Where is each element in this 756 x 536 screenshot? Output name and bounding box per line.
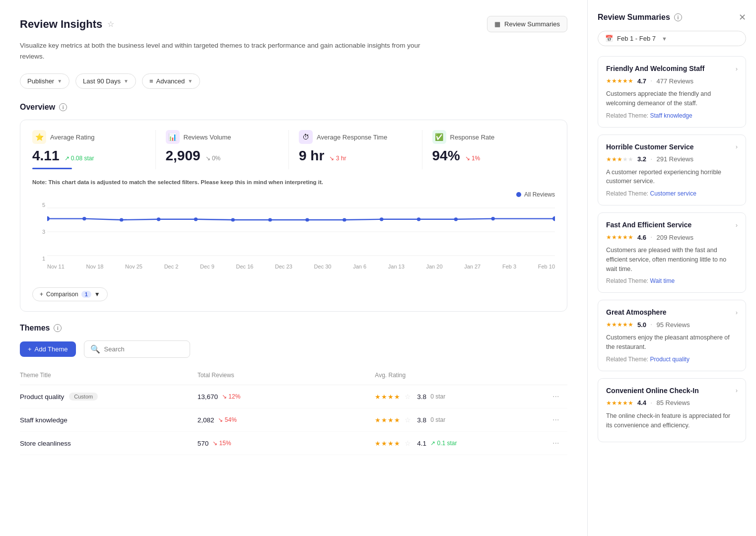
review-summaries-panel: Review Summaries i ✕ 📅 Feb 1 - Feb 7 ▼ F… bbox=[587, 0, 756, 536]
add-theme-button[interactable]: + Add Theme bbox=[20, 341, 76, 357]
table-row: Product quality Custom 13,670 ↘ 12% ★★★★… bbox=[20, 385, 567, 408]
avg-rating-icon: ⭐ bbox=[32, 130, 46, 144]
expand-icon[interactable]: › bbox=[736, 309, 738, 316]
svg-point-5 bbox=[120, 218, 123, 222]
summary-related-theme: Related Theme: Product quality bbox=[606, 356, 738, 363]
svg-point-3 bbox=[47, 216, 50, 221]
svg-point-12 bbox=[380, 217, 383, 221]
summary-stars: ★★★★★ bbox=[606, 77, 633, 84]
response-time-value: 9 hr bbox=[299, 148, 324, 164]
summary-card-title: Great Atmosphere bbox=[606, 308, 667, 316]
main-content: Review Insights ☆ ▦ Review Summaries Vis… bbox=[0, 0, 587, 536]
theme-reviews-cell: 2,082 ↘ 54% bbox=[198, 416, 375, 424]
overview-info-icon[interactable]: i bbox=[59, 103, 67, 111]
chevron-down-icon: ▼ bbox=[57, 78, 62, 84]
plus-icon: + bbox=[40, 291, 43, 298]
svg-point-8 bbox=[231, 218, 235, 222]
expand-icon[interactable]: › bbox=[736, 65, 738, 72]
col-theme-title-header: Theme Title bbox=[20, 372, 198, 379]
expand-icon[interactable]: › bbox=[736, 221, 738, 229]
svg-point-6 bbox=[157, 217, 160, 221]
plus-icon: + bbox=[28, 345, 32, 353]
summary-card: Convenient Online Check-In › ★★★★★ 4.4 ·… bbox=[598, 378, 746, 443]
response-rate-change: ↘ 1% bbox=[465, 155, 481, 162]
avg-rating-change: ↗ 0.08 star bbox=[65, 155, 94, 162]
panel-info-icon[interactable]: i bbox=[674, 13, 682, 21]
page-header: Review Insights ☆ ▦ Review Summaries bbox=[20, 16, 567, 32]
filters-row: Publisher ▼ Last 90 Days ▼ ≡ Advanced ▼ bbox=[20, 73, 567, 89]
close-panel-button[interactable]: ✕ bbox=[739, 12, 746, 23]
summary-stars: ★★★★★ bbox=[606, 321, 633, 328]
calendar-icon: 📅 bbox=[605, 35, 613, 42]
advanced-filter[interactable]: ≡ Advanced ▼ bbox=[142, 73, 200, 89]
legend-dot bbox=[516, 192, 521, 197]
custom-badge: Custom bbox=[69, 393, 98, 401]
table-row: Store cleanliness 570 ↘ 15% ★★★★☆ 4.1 ↗ … bbox=[20, 432, 567, 455]
svg-point-4 bbox=[82, 217, 86, 220]
expand-icon[interactable]: › bbox=[736, 143, 738, 150]
summary-card-title: Fast And Efficient Service bbox=[606, 221, 691, 229]
svg-point-11 bbox=[343, 218, 346, 222]
summary-card-title: Friendly And Welcoming Staff bbox=[606, 65, 704, 72]
col-avg-rating-header: Avg. Rating bbox=[375, 372, 552, 379]
panel-title: Review Summaries i bbox=[598, 13, 682, 22]
publisher-filter[interactable]: Publisher ▼ bbox=[20, 73, 69, 89]
expand-icon[interactable]: › bbox=[736, 387, 738, 394]
svg-point-9 bbox=[268, 218, 272, 222]
overview-section-title: Overview i bbox=[20, 103, 567, 112]
chevron-down-icon: ▼ bbox=[124, 78, 129, 84]
reviews-volume-label: Reviews Volume bbox=[184, 134, 231, 141]
metric-reviews-volume: 📊 Reviews Volume 2,909 ↘ 0% bbox=[156, 130, 289, 169]
themes-table: Theme Title Total Reviews Avg. Rating Pr… bbox=[20, 368, 567, 455]
summary-card: Great Atmosphere › ★★★★★ 5.0 · 95 Review… bbox=[598, 300, 746, 371]
metric-average-rating: ⭐ Average Rating 4.11 ↗ 0.08 star bbox=[32, 130, 156, 169]
filter-icon: ≡ bbox=[149, 77, 153, 85]
theme-actions-cell[interactable]: ··· bbox=[552, 415, 567, 424]
legend-label: All Reviews bbox=[524, 191, 555, 198]
theme-search-wrap[interactable]: 🔍 bbox=[84, 340, 190, 358]
svg-point-16 bbox=[552, 216, 555, 221]
summary-related-theme: Related Theme: Customer service bbox=[606, 190, 738, 197]
summary-stars: ★★★★★ bbox=[606, 400, 633, 406]
favorite-icon[interactable]: ☆ bbox=[107, 19, 114, 29]
theme-reviews-cell: 570 ↘ 15% bbox=[198, 440, 375, 447]
response-time-label: Average Response Time bbox=[317, 134, 387, 141]
themes-header: + Add Theme 🔍 bbox=[20, 340, 567, 358]
chevron-down-icon: ▼ bbox=[188, 78, 193, 84]
themes-section: Themes i + Add Theme 🔍 Theme Title Total… bbox=[20, 324, 567, 455]
chart-x-labels: Nov 11 Nov 18 Nov 25 Dec 2 Dec 9 Dec 16 … bbox=[32, 262, 555, 269]
theme-title-cell: Staff knowledge bbox=[20, 416, 198, 424]
chevron-down-icon: ▼ bbox=[662, 36, 667, 42]
comparison-count-badge: 1 bbox=[81, 291, 91, 298]
page-title: Review Insights bbox=[20, 18, 102, 31]
themes-info-icon[interactable]: i bbox=[54, 324, 62, 332]
table-row: Staff knowledge 2,082 ↘ 54% ★★★★☆ 3.8 0 … bbox=[20, 408, 567, 432]
svg-point-13 bbox=[417, 217, 420, 221]
svg-point-14 bbox=[454, 217, 458, 221]
summary-related-theme: Related Theme: Wait time bbox=[606, 277, 738, 284]
comparison-button[interactable]: + Comparison 1 ▼ bbox=[32, 287, 108, 301]
col-total-reviews-header: Total Reviews bbox=[198, 372, 375, 379]
theme-reviews-cell: 13,670 ↘ 12% bbox=[198, 393, 375, 401]
panel-header: Review Summaries i ✕ bbox=[598, 12, 746, 23]
page-description: Visualize key metrics at both the busine… bbox=[20, 40, 427, 62]
theme-actions-cell[interactable]: ··· bbox=[552, 439, 567, 448]
metric-underline bbox=[32, 168, 72, 169]
summary-card-title: Horrible Customer Service bbox=[606, 143, 694, 151]
theme-actions-cell[interactable]: ··· bbox=[552, 392, 567, 401]
chevron-down-icon: ▼ bbox=[94, 291, 100, 298]
svg-point-10 bbox=[305, 218, 309, 222]
search-icon: 🔍 bbox=[90, 344, 100, 354]
themes-table-header: Theme Title Total Reviews Avg. Rating bbox=[20, 368, 567, 385]
reviews-volume-change: ↘ 0% bbox=[206, 155, 221, 162]
date-range-filter[interactable]: 📅 Feb 1 - Feb 7 ▼ bbox=[598, 31, 746, 46]
svg-point-15 bbox=[491, 217, 495, 220]
summary-card: Fast And Efficient Service › ★★★★★ 4.6 ·… bbox=[598, 212, 746, 293]
reviews-volume-icon: 📊 bbox=[166, 130, 180, 144]
date-filter[interactable]: Last 90 Days ▼ bbox=[75, 73, 136, 89]
theme-search-input[interactable] bbox=[104, 345, 184, 353]
theme-title-cell: Product quality Custom bbox=[20, 393, 198, 401]
theme-rating-cell: ★★★★☆ 4.1 ↗ 0.1 star bbox=[375, 439, 552, 447]
page-title-row: Review Insights ☆ bbox=[20, 18, 114, 31]
review-summaries-button[interactable]: ▦ Review Summaries bbox=[487, 16, 567, 32]
